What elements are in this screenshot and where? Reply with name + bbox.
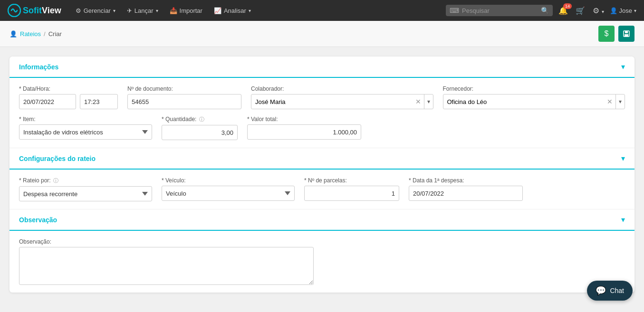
chat-icon: 💬 [596,285,606,296]
nav-right: ⌨ 🔍 🔔 14 🛒 ⚙ ▾ 👤 Jose ▾ [446,4,636,17]
fornecedor-group: Fornecedor: ✕ ▾ [443,85,625,109]
informacoes-section-header[interactable]: Informações ▾ [10,57,634,78]
breadcrumb-rateios-link[interactable]: Rateios [20,30,41,38]
item-group: * Item: Instalação de vidros elétricos [19,116,152,140]
rateio-por-group: * Rateio por: ⓘ Despesa recorrente [19,177,152,201]
data-primeira-group: * Data da 1ª despesa: [409,177,523,201]
nro-documento-label: Nº de documento: [127,85,241,92]
search-icon[interactable]: 🔍 [541,7,549,14]
fornecedor-input[interactable] [443,96,605,107]
data-primeira-input[interactable] [409,186,523,201]
rateio-por-label: * Rateio por: ⓘ [19,177,152,184]
breadcrumb-bar: 👤 Rateios / Criar $ [0,21,644,47]
data-primeira-label: * Data da 1ª despesa: [409,177,523,184]
observacao-section-header[interactable]: Observação ▾ [10,209,634,231]
observacao-textarea[interactable] [19,247,314,285]
parcelas-input[interactable] [304,186,399,201]
nav-analisar[interactable]: 📈 Analisar ▾ [209,4,256,17]
breadcrumb-current: Criar [48,30,62,38]
parcelas-group: * Nº de parcelas: [304,177,399,201]
valor-total-group: * Valor total: [247,116,361,140]
keyboard-icon: ⌨ [450,7,459,14]
nro-documento-group: Nº de documento: 54655 [127,85,241,109]
configuracoes-section-header[interactable]: Configurações do rateio ▾ [10,148,634,170]
colaborador-input[interactable] [251,96,413,107]
main-content: Informações ▾ * Data/Hora: 20/07/2022 17… [0,47,644,302]
configuracoes-collapse-icon: ▾ [621,154,625,163]
chevron-down-icon: ▾ [156,8,158,13]
save-button[interactable] [618,26,634,42]
breadcrumb-separator: / [44,30,46,38]
colaborador-select[interactable]: ✕ ▾ [251,94,433,109]
rateio-por-select[interactable]: Despesa recorrente [19,186,152,201]
rateio-info-icon: ⓘ [53,178,58,183]
informacoes-body: * Data/Hora: 20/07/2022 17:23 Nº de docu… [10,78,634,148]
item-label: * Item: [19,116,152,123]
veiculo-group: * Veículo: Veículo [162,177,295,201]
form-card: Informações ▾ * Data/Hora: 20/07/2022 17… [10,57,634,293]
chat-button[interactable]: 💬 Chat [587,281,633,301]
colaborador-dropdown-icon[interactable]: ▾ [424,95,433,109]
gear-icon: ⚙ [76,7,81,14]
chat-label: Chat [610,287,624,294]
svg-rect-2 [625,31,628,33]
hora-input[interactable]: 17:23 [80,94,118,109]
veiculo-label: * Veículo: [162,177,295,184]
colaborador-label: Colaborador: [251,85,433,92]
observacao-collapse-icon: ▾ [621,215,625,224]
informacoes-row-2: * Item: Instalação de vidros elétricos *… [19,116,625,140]
configuracoes-body: * Rateio por: ⓘ Despesa recorrente * Veí… [10,170,634,209]
colaborador-clear-icon[interactable]: ✕ [413,98,424,105]
notification-button[interactable]: 🔔 14 [557,4,570,17]
nav-menu: ⚙ Gerenciar ▾ ✈ Lançar ▾ 📥 Importar 📈 An… [71,4,442,17]
chart-icon: 📈 [214,7,221,14]
svg-rect-3 [625,34,628,37]
nav-gerenciar[interactable]: ⚙ Gerenciar ▾ [71,4,120,17]
chevron-down-icon: ▾ [249,8,251,13]
observacao-group: Observação: [19,238,625,285]
nav-lancar[interactable]: ✈ Lançar ▾ [122,4,163,17]
quantidade-label: * Quantidade: ⓘ [162,116,238,123]
chevron-down-icon: ▾ [634,8,636,13]
settings-button[interactable]: ⚙ ▾ [591,4,606,17]
informacoes-row-1: * Data/Hora: 20/07/2022 17:23 Nº de docu… [19,85,625,109]
fornecedor-select[interactable]: ✕ ▾ [443,94,625,109]
search-box: ⌨ 🔍 [446,5,553,16]
nav-importar[interactable]: 📥 Importar [165,4,207,17]
dollar-button[interactable]: $ [598,26,615,42]
observacao-body: Observação: [10,231,634,293]
top-navigation: SofitView ⚙ Gerenciar ▾ ✈ Lançar ▾ 📥 Imp… [0,0,644,21]
configuracoes-row-1: * Rateio por: ⓘ Despesa recorrente * Veí… [19,177,625,201]
breadcrumb: 👤 Rateios / Criar [10,30,62,38]
user-menu-button[interactable]: 👤 Jose ▾ [610,7,636,14]
nro-documento-input[interactable]: 54655 [127,94,241,109]
fornecedor-clear-icon[interactable]: ✕ [604,98,615,105]
colaborador-group: Colaborador: ✕ ▾ [251,85,433,109]
data-hora-group: * Data/Hora: 20/07/2022 17:23 [19,85,118,109]
valor-total-input[interactable] [247,124,361,140]
observacao-label: Observação: [19,238,625,245]
search-input[interactable] [462,7,538,14]
fornecedor-label: Fornecedor: [443,85,625,92]
veiculo-select[interactable]: Veículo [162,186,295,201]
chevron-down-icon: ▾ [113,8,115,13]
configuracoes-title: Configurações do rateio [19,155,96,162]
quantidade-input[interactable] [162,125,238,140]
parcelas-label: * Nº de parcelas: [304,177,399,184]
informacoes-collapse-icon: ▾ [621,62,625,71]
data-input[interactable]: 20/07/2022 [19,94,76,109]
valor-total-label: * Valor total: [247,116,361,123]
notification-badge: 14 [563,3,572,9]
observacao-title: Observação [19,216,57,224]
info-icon: ⓘ [199,116,204,122]
shopping-button[interactable]: 🛒 [574,4,587,17]
breadcrumb-icon: 👤 [10,30,17,38]
user-icon: 👤 [610,7,617,14]
item-select[interactable]: Instalação de vidros elétricos [19,124,152,140]
informacoes-title: Informações [19,63,58,71]
data-hora-label: * Data/Hora: [19,85,118,92]
app-logo[interactable]: SofitView [8,4,61,17]
quantidade-group: * Quantidade: ⓘ [162,116,238,140]
launch-icon: ✈ [127,7,132,14]
fornecedor-dropdown-icon[interactable]: ▾ [615,95,625,109]
